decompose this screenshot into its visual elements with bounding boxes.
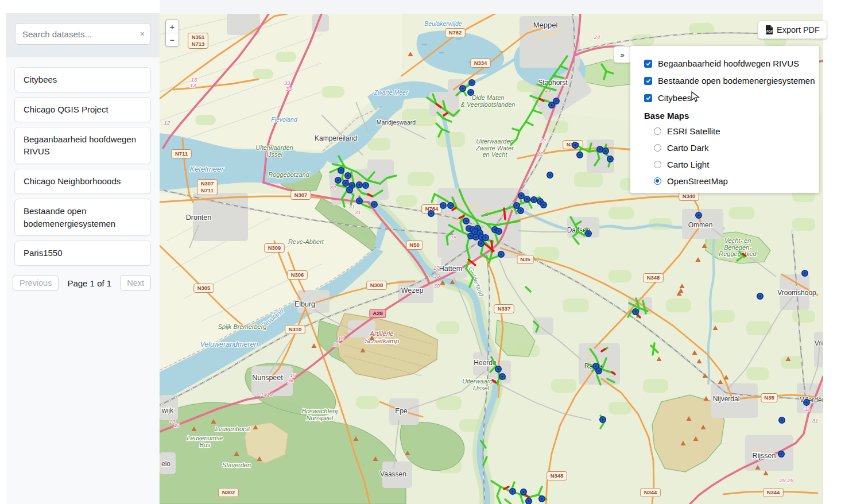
export-pdf-button[interactable]: PDF Export PDF — [758, 21, 827, 39]
layer-panel-collapse-button[interactable]: » — [614, 46, 631, 63]
overlay-label: Citybees — [658, 93, 691, 103]
dataset-card[interactable]: Bestaande open bodemenergiesystemen — [14, 199, 151, 237]
svg-text:Olde Maten: Olde Maten — [472, 94, 505, 101]
svg-text:N307: N307 — [201, 180, 214, 187]
overlay-toggle-row[interactable]: Citybees — [630, 89, 819, 106]
app-root: { "sidebar": { "search": {"placeholder":… — [0, 0, 841, 504]
svg-text:14: 14 — [267, 391, 273, 398]
basemap-radio-row[interactable]: ESRI Satellite — [630, 123, 819, 139]
svg-text:PDF: PDF — [766, 30, 773, 33]
overlay-toggle-row[interactable]: Bestaande open bodemenergiesystemen — [630, 72, 819, 89]
svg-text:17: 17 — [433, 265, 440, 271]
svg-text:Hattem: Hattem — [439, 265, 462, 273]
svg-text:Artillerie: Artillerie — [369, 330, 394, 337]
svg-text:N344: N344 — [644, 489, 657, 495]
svg-text:16: 16 — [334, 341, 340, 347]
svg-text:Nijverdal: Nijverdal — [713, 395, 740, 403]
svg-text:33: 33 — [286, 86, 292, 92]
svg-text:N308: N308 — [370, 282, 383, 288]
svg-text:N344: N344 — [767, 489, 780, 495]
svg-text:Mandjeswaard: Mandjeswaard — [377, 119, 416, 126]
svg-text:N713: N713 — [192, 41, 205, 47]
svg-text:Roggebotzand: Roggebotzand — [268, 171, 309, 178]
svg-text:Veluwerandmeren: Veluwerandmeren — [200, 340, 258, 348]
zoom-out-button[interactable]: − — [166, 33, 179, 46]
svg-text:24: 24 — [594, 34, 600, 40]
radio-icon[interactable] — [654, 177, 661, 185]
dataset-card[interactable]: Chicago QGIS Project — [14, 97, 151, 122]
svg-text:Vecht- en: Vecht- en — [724, 237, 751, 244]
search-clear-icon[interactable]: × — [140, 29, 145, 39]
svg-text:13: 13 — [174, 422, 180, 428]
previous-page-button[interactable]: Previous — [13, 275, 59, 291]
svg-text:Wezep: Wezep — [401, 286, 424, 294]
svg-text:31: 31 — [812, 417, 819, 424]
svg-text:N711: N711 — [175, 150, 188, 157]
svg-text:Epe: Epe — [395, 407, 408, 415]
pdf-file-icon: PDF — [765, 25, 773, 34]
svg-text:N351: N351 — [192, 34, 205, 40]
checkbox-checked-icon[interactable] — [644, 60, 652, 68]
pagination: Previous Page 1 of 1 Next — [13, 275, 151, 291]
basemap-label: OpenStreetMap — [667, 176, 728, 186]
svg-text:Nunspeet: Nunspeet — [306, 414, 334, 421]
dataset-card[interactable]: Chicago Neighborhooods — [14, 169, 151, 194]
next-page-button[interactable]: Next — [120, 275, 151, 291]
radio-icon[interactable] — [654, 144, 661, 152]
svg-text:Ommen: Ommen — [688, 221, 713, 229]
svg-text:Bos: Bos — [200, 441, 211, 448]
svg-text:Leuvenhorst: Leuvenhorst — [215, 425, 250, 432]
zoom-in-button[interactable]: + — [166, 20, 179, 33]
svg-text:N340: N340 — [683, 193, 696, 199]
svg-text:28: 28 — [787, 477, 794, 483]
svg-text:31: 31 — [349, 203, 355, 210]
svg-text:Flevoland: Flevoland — [271, 116, 298, 123]
top-strip — [160, 0, 823, 14]
svg-text:Zwarte Water: Zwarte Water — [475, 145, 514, 152]
svg-text:30: 30 — [434, 273, 440, 279]
svg-text:31: 31 — [355, 209, 361, 215]
overlay-toggle-row[interactable]: Begaanbaarheid hoofdwegen RIVUS — [630, 55, 819, 72]
svg-text:28: 28 — [779, 477, 786, 483]
svg-text:32: 32 — [804, 406, 811, 412]
svg-text:N302: N302 — [222, 489, 235, 495]
checkbox-checked-icon[interactable] — [644, 77, 652, 85]
svg-text:Vriezenveen: Vriezenveen — [815, 339, 823, 347]
svg-text:N50: N50 — [409, 242, 419, 248]
basemap-label: ESRI Satellite — [667, 126, 720, 136]
dataset-card[interactable]: Paris1550 — [14, 241, 151, 266]
svg-text:Meppel: Meppel — [533, 21, 558, 29]
svg-text:Vaassen: Vaassen — [380, 470, 406, 478]
svg-text:N306: N306 — [291, 272, 304, 278]
svg-text:IJssel: IJssel — [266, 151, 283, 158]
svg-text:& Veerslootslanden: & Veerslootslanden — [461, 101, 516, 108]
svg-text:wijk: wijk — [161, 406, 174, 414]
svg-text:IJssel: IJssel — [473, 385, 490, 391]
svg-text:Beneden-: Beneden- — [724, 244, 751, 251]
svg-text:32: 32 — [330, 184, 336, 191]
basemap-radio-row[interactable]: Carto Dark — [630, 139, 819, 156]
dataset-card[interactable]: Citybees — [14, 67, 151, 92]
radio-icon[interactable] — [654, 161, 661, 168]
basemap-radio-row[interactable]: OpenStreetMap — [630, 173, 819, 189]
svg-text:Uiterwaarden: Uiterwaarden — [255, 144, 293, 151]
svg-text:Ketelmeer: Ketelmeer — [189, 165, 224, 173]
basemap-radio-row[interactable]: Carto Light — [630, 156, 819, 173]
svg-text:Beulakerwijde: Beulakerwijde — [424, 20, 462, 27]
svg-text:14: 14 — [261, 391, 267, 398]
layer-control-panel: Begaanbaarheid hoofdwegen RIVUSBestaande… — [630, 46, 819, 193]
radio-icon[interactable] — [654, 127, 661, 135]
svg-text:en Vecht: en Vecht — [482, 151, 507, 158]
svg-text:15: 15 — [290, 372, 296, 378]
checkbox-checked-icon[interactable] — [644, 94, 652, 102]
map-zoom-control: + − — [165, 20, 179, 46]
svg-text:22: 22 — [540, 137, 547, 144]
svg-text:Dronten: Dronten — [186, 214, 212, 222]
svg-text:N35: N35 — [520, 256, 530, 262]
search-input[interactable] — [15, 23, 150, 45]
svg-text:Nunspeet: Nunspeet — [252, 374, 283, 382]
svg-text:N310: N310 — [289, 326, 302, 332]
dataset-card[interactable]: Begaanbaarheid hoofdwegen RIVUS — [14, 127, 151, 165]
svg-text:30: 30 — [434, 282, 440, 289]
search-section: × — [6, 13, 160, 57]
